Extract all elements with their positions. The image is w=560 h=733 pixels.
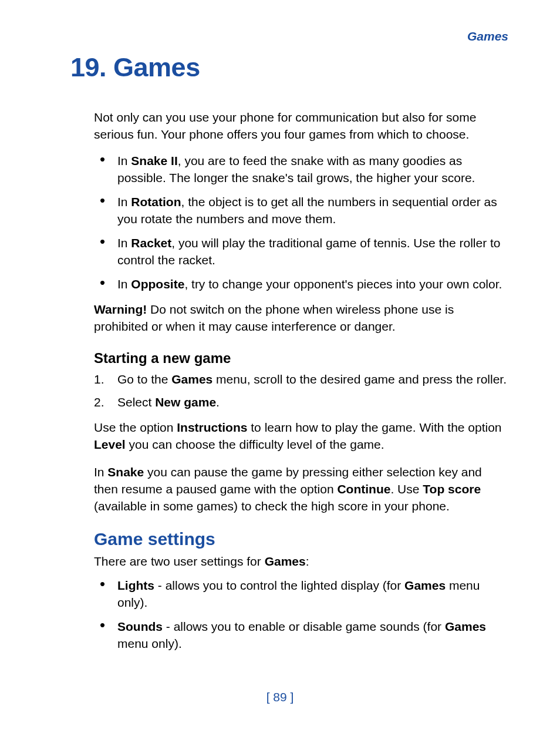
game-name: Racket bbox=[131, 236, 171, 250]
starting-p1: Use the option Instructions to learn how… bbox=[94, 419, 508, 453]
game-name: Snake II bbox=[131, 154, 177, 167]
starting-p2: In Snake you can pause the game by press… bbox=[94, 464, 508, 515]
chapter-title: 19. Games bbox=[70, 49, 508, 86]
settings-intro: There are two user settings for Games: bbox=[94, 553, 508, 570]
list-item: Lights - allows you to control the light… bbox=[94, 577, 508, 611]
running-header: Games bbox=[467, 28, 508, 45]
steps-list: Go to the Games menu, scroll to the desi… bbox=[94, 371, 508, 411]
page-number: [ 89 ] bbox=[0, 689, 560, 706]
chapter-number: 19. bbox=[70, 52, 106, 82]
list-item: In Opposite, try to change your opponent… bbox=[94, 276, 508, 293]
settings-list: Lights - allows you to control the light… bbox=[94, 577, 508, 653]
setting-name: Sounds bbox=[117, 620, 163, 633]
list-item: Sounds - allows you to enable or disable… bbox=[94, 618, 508, 653]
chapter-name: Games bbox=[113, 52, 200, 82]
list-item: Go to the Games menu, scroll to the desi… bbox=[94, 371, 508, 388]
list-item: In Racket, you will play the traditional… bbox=[94, 235, 508, 269]
subheading-starting: Starting a new game bbox=[94, 348, 508, 368]
game-list: In Snake II, you are to feed the snake w… bbox=[94, 153, 508, 293]
warning-paragraph: Warning! Do not switch on the phone when… bbox=[94, 301, 508, 335]
page-content: Not only can you use your phone for comm… bbox=[70, 109, 508, 653]
warning-label: Warning! bbox=[94, 302, 147, 316]
game-name: Opposite bbox=[131, 277, 184, 291]
warning-text: Do not switch on the phone when wireless… bbox=[94, 302, 454, 333]
intro-paragraph: Not only can you use your phone for comm… bbox=[94, 109, 508, 143]
list-item: In Snake II, you are to feed the snake w… bbox=[94, 153, 508, 187]
setting-name: Lights bbox=[117, 579, 154, 592]
section-heading-settings: Game settings bbox=[94, 527, 508, 551]
game-name: Rotation bbox=[131, 195, 181, 209]
list-item: Select New game. bbox=[94, 394, 508, 411]
list-item: In Rotation, the object is to get all th… bbox=[94, 194, 508, 228]
